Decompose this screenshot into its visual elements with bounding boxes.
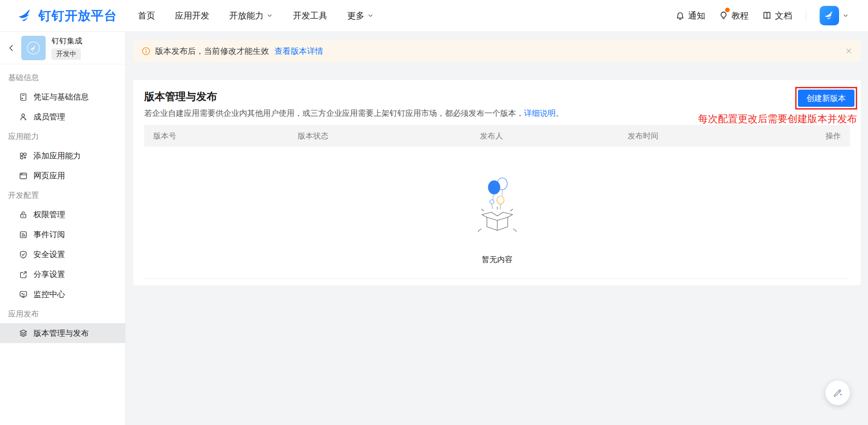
close-icon[interactable]: [845, 47, 853, 55]
sidebar-item-share-settings[interactable]: 分享设置: [0, 264, 125, 284]
dingtalk-logo[interactable]: 钉钉开放平台: [16, 7, 117, 24]
share-icon: [19, 270, 28, 279]
nav-item-app-dev[interactable]: 应用开发: [175, 10, 209, 22]
logo-text: 钉钉开放平台: [38, 7, 117, 24]
sidebar-nav: 基础信息 凭证与基础信息 成员管理 应用能力 添加应用能力 网页应用 开发配置: [0, 64, 125, 343]
lightbulb-icon: [719, 11, 728, 20]
version-notice-banner: 版本发布后，当前修改才能生效 查看版本详情: [133, 40, 861, 62]
annotation-text: 每次配置更改后需要创建版本并发布: [698, 112, 857, 126]
docs-button[interactable]: 文档: [762, 10, 792, 22]
info-icon: [142, 47, 151, 56]
event-subscribe-icon: [19, 230, 28, 239]
chevron-down-icon: [266, 12, 273, 19]
create-version-area: 创建新版本 每次配置更改后需要创建版本并发布: [698, 87, 857, 126]
app-status-badge: 开发中: [52, 48, 81, 60]
book-icon: [762, 11, 772, 20]
empty-state: 暂无内容: [144, 147, 850, 278]
pencil-sparkle-icon: [832, 387, 844, 399]
column-version-status: 版本状态: [297, 131, 480, 141]
column-actions: 操作: [779, 131, 841, 141]
sidebar-item-version-management[interactable]: 版本管理与发布: [0, 323, 125, 343]
add-capability-icon: [19, 152, 28, 160]
column-publisher: 发布人: [480, 131, 627, 141]
create-version-button[interactable]: 创建新版本: [798, 90, 855, 107]
navbar-tools: 通知 教程 文档: [675, 6, 849, 25]
section-title-app-release: 应用发布: [0, 304, 125, 323]
version-management-card: 版本管理与发布 若企业自建应用需要供企业内其他用户使用，或三方企业应用需要上架钉…: [133, 80, 861, 285]
chevron-down-icon: [367, 12, 374, 19]
nav-item-dev-tools[interactable]: 开发工具: [293, 10, 327, 22]
sidebar-item-members[interactable]: 成员管理: [0, 107, 125, 127]
permission-icon: [19, 210, 28, 219]
sidebar-item-monitor-center[interactable]: 监控中心: [0, 284, 125, 304]
top-navbar: 钉钉开放平台 首页 应用开发 开放能力 开发工具 更多 通知 教程 文档: [0, 0, 868, 32]
view-version-details-link[interactable]: 查看版本详情: [274, 46, 323, 57]
nav-item-home[interactable]: 首页: [138, 10, 155, 22]
card-header: 版本管理与发布 若企业自建应用需要供企业内其他用户使用，或三方企业应用需要上架钉…: [144, 80, 850, 119]
chevron-left-icon: [7, 44, 15, 52]
app-avatar: [21, 36, 46, 60]
sidebar-item-event-subscription[interactable]: 事件订阅: [0, 224, 125, 244]
member-icon: [19, 113, 28, 121]
details-link[interactable]: 详细说明: [524, 109, 556, 118]
banner-text: 版本发布后，当前修改才能生效: [155, 46, 269, 57]
card-bottom-divider: [144, 278, 850, 279]
avatar: [820, 6, 839, 25]
monitor-icon: [19, 290, 28, 299]
column-publish-time: 发布时间: [627, 131, 779, 141]
chevron-down-icon: [842, 12, 849, 19]
section-title-dev-config: 开发配置: [0, 186, 125, 205]
notifications-button[interactable]: 通知: [675, 10, 705, 22]
sidebar: 钉钉集成 开发中 基础信息 凭证与基础信息 成员管理 应用能力 添加应用能力: [0, 32, 126, 425]
vertical-divider: [806, 10, 806, 22]
sidebar-item-credentials[interactable]: 凭证与基础信息: [0, 87, 125, 107]
annotation-highlight-box: 创建新版本: [795, 87, 858, 110]
sidebar-item-web-app[interactable]: 网页应用: [0, 166, 125, 186]
web-app-icon: [19, 172, 28, 180]
account-menu[interactable]: [820, 6, 849, 25]
sidebar-item-permissions[interactable]: 权限管理: [0, 205, 125, 224]
column-version-number: 版本号: [153, 131, 297, 141]
version-icon: [19, 329, 28, 338]
sidebar-item-add-capability[interactable]: 添加应用能力: [0, 146, 125, 166]
section-title-basic-info: 基础信息: [0, 68, 125, 87]
app-wing-icon: [24, 39, 42, 57]
dingtalk-wing-icon: [16, 8, 34, 24]
notification-dot: [725, 8, 730, 12]
dingtalk-wing-icon: [823, 10, 835, 21]
app-meta: 钉钉集成 开发中: [52, 36, 82, 60]
tutorial-button[interactable]: 教程: [719, 10, 749, 22]
feedback-button[interactable]: [826, 381, 850, 405]
app-header: 钉钉集成 开发中: [0, 32, 125, 64]
table-header: 版本号 版本状态 发布人 发布时间 操作: [144, 125, 850, 147]
section-title-capabilities: 应用能力: [0, 127, 125, 146]
credential-icon: [19, 93, 28, 101]
back-button[interactable]: [7, 44, 15, 52]
empty-state-text: 暂无内容: [482, 254, 513, 265]
sidebar-item-security[interactable]: 安全设置: [0, 244, 125, 264]
nav-menu: 首页 应用开发 开放能力 开发工具 更多: [138, 10, 374, 22]
security-icon: [19, 250, 28, 259]
app-name: 钉钉集成: [52, 36, 82, 46]
nav-item-more[interactable]: 更多: [347, 10, 374, 22]
bell-icon: [675, 11, 685, 20]
main-content: 版本发布后，当前修改才能生效 查看版本详情 版本管理与发布 若企业自建应用需要供…: [126, 32, 868, 425]
empty-box-illustration: [463, 173, 531, 245]
nav-item-open-capability[interactable]: 开放能力: [229, 10, 273, 22]
